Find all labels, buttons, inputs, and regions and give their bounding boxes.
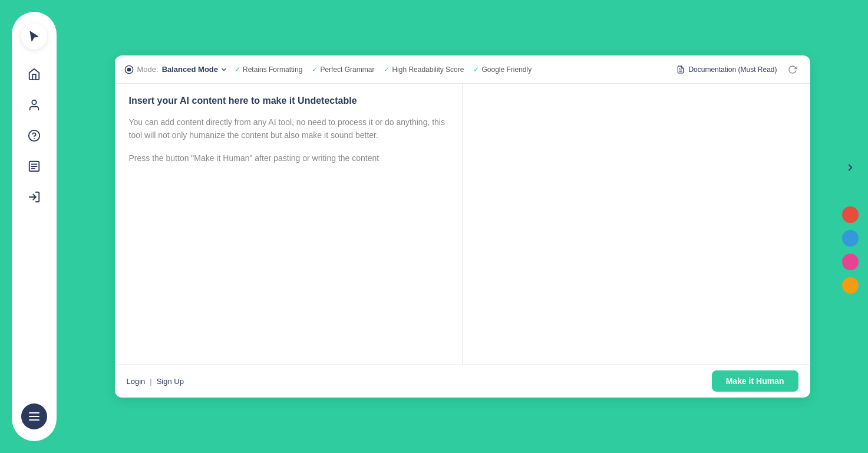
editor-left-panel[interactable]: Insert your AI content here to make it U…	[115, 84, 463, 364]
login-icon	[28, 191, 41, 203]
badge-label-4: Google Friendly	[481, 65, 532, 74]
color-dot-orange[interactable]	[842, 277, 859, 294]
color-dot-green[interactable]	[842, 183, 859, 199]
logo-icon	[27, 29, 41, 44]
color-dot-blue[interactable]	[842, 230, 859, 247]
chevron-right-icon	[845, 162, 856, 173]
sidebar-bottom	[21, 403, 47, 429]
editor-right-panel	[463, 84, 810, 364]
sidebar-item-user[interactable]	[21, 92, 47, 118]
badge-label-3: High Readability Score	[392, 65, 464, 74]
badge-readability: ✓ High Readability Score	[384, 65, 464, 74]
toolbar-badges: ✓ Retains Formatting ✓ Perfect Grammar ✓…	[235, 65, 669, 74]
toolbar-right: Documentation (Must Read)	[676, 61, 800, 78]
footer-auth: Login | Sign Up	[127, 377, 184, 386]
check-icon-3: ✓	[384, 65, 390, 74]
sidebar-item-document[interactable]	[21, 153, 47, 179]
doc-link[interactable]: Documentation (Must Read)	[676, 65, 777, 74]
badge-label-1: Retains Formatting	[243, 65, 302, 74]
toolbar: Mode: Balanced Mode ✓ Retains Formatting…	[115, 55, 810, 84]
badge-google: ✓ Google Friendly	[473, 65, 532, 74]
editor-footer: Login | Sign Up Make it Human	[115, 364, 810, 398]
doc-icon	[676, 65, 685, 74]
color-dot-pink[interactable]	[842, 254, 859, 270]
help-icon	[28, 129, 41, 142]
hamburger-line-3	[29, 419, 39, 421]
home-icon	[28, 68, 41, 81]
check-icon-4: ✓	[473, 65, 479, 74]
editor-container: Mode: Balanced Mode ✓ Retains Formatting…	[115, 55, 810, 398]
check-icon-1: ✓	[235, 65, 240, 74]
sidebar-item-home[interactable]	[21, 61, 47, 87]
main-content: Mode: Balanced Mode ✓ Retains Formatting…	[57, 0, 868, 453]
sidebar-item-login[interactable]	[21, 184, 47, 210]
hamburger-line-1	[29, 412, 39, 413]
user-icon	[28, 99, 41, 111]
mode-value: Balanced Mode	[162, 65, 218, 74]
chevron-right-button[interactable]	[842, 159, 859, 176]
badge-retains-formatting: ✓ Retains Formatting	[235, 65, 302, 74]
mode-selector[interactable]: Balanced Mode	[162, 65, 227, 74]
footer-divider: |	[150, 377, 151, 386]
document-icon	[28, 160, 41, 173]
editor-body: Insert your AI content here to make it U…	[115, 84, 810, 364]
editor-placeholder-text-1: You can add content directly from any AI…	[129, 116, 448, 142]
mode-label: Mode:	[137, 65, 159, 74]
sidebar-nav	[21, 61, 47, 398]
badge-perfect-grammar: ✓ Perfect Grammar	[312, 65, 374, 74]
hamburger-button[interactable]	[21, 403, 47, 429]
chevron-down-icon	[220, 66, 227, 73]
sidebar	[12, 12, 57, 441]
floating-panel	[842, 159, 859, 294]
color-dot-red[interactable]	[842, 206, 859, 223]
login-link[interactable]: Login	[127, 377, 146, 386]
signup-link[interactable]: Sign Up	[157, 377, 184, 386]
sidebar-item-help[interactable]	[21, 123, 47, 149]
check-icon-2: ✓	[312, 65, 318, 74]
doc-link-label: Documentation (Must Read)	[688, 65, 777, 74]
refresh-icon	[788, 65, 797, 74]
mode-icon	[124, 65, 134, 74]
make-human-button[interactable]: Make it Human	[712, 370, 798, 392]
logo	[21, 24, 47, 50]
svg-point-9	[127, 68, 130, 71]
editor-placeholder-title: Insert your AI content here to make it U…	[129, 96, 448, 106]
svg-point-0	[32, 100, 36, 104]
toolbar-mode: Mode: Balanced Mode	[124, 65, 228, 74]
editor-placeholder-text-2: Press the button "Make it Human" after p…	[129, 152, 448, 165]
badge-label-2: Perfect Grammar	[320, 65, 374, 74]
hamburger-line-2	[29, 416, 39, 417]
refresh-button[interactable]	[784, 61, 801, 78]
